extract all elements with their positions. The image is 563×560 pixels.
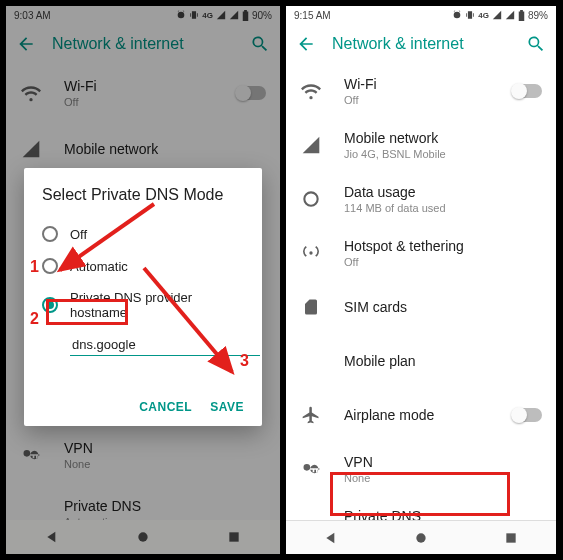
radio-option-automatic[interactable]: Automatic bbox=[42, 250, 244, 282]
row-sub: 114 MB of data used bbox=[344, 202, 542, 214]
settings-list: Wi-Fi Off Mobile network Jio 4G, BSNL Mo… bbox=[286, 64, 556, 550]
status-time: 9:15 AM bbox=[294, 10, 331, 21]
signal-icon bbox=[492, 10, 502, 20]
row-wifi[interactable]: Wi-Fi Off bbox=[286, 64, 556, 118]
search-icon[interactable] bbox=[526, 34, 546, 54]
row-sub: None bbox=[344, 472, 542, 484]
row-title: VPN bbox=[344, 454, 542, 470]
row-airplane-mode[interactable]: Airplane mode bbox=[286, 388, 556, 442]
row-sub: Off bbox=[344, 94, 490, 106]
private-dns-dialog: Select Private DNS Mode Off Automatic Pr… bbox=[24, 168, 262, 426]
nav-bar bbox=[286, 520, 556, 554]
hotspot-icon bbox=[300, 243, 322, 263]
nav-back-icon[interactable] bbox=[323, 530, 339, 546]
nav-back-icon[interactable] bbox=[44, 529, 60, 545]
alarm-icon bbox=[452, 10, 462, 20]
radio-label: Private DNS provider hostname bbox=[70, 290, 244, 320]
cancel-button[interactable]: CANCEL bbox=[139, 400, 192, 414]
svg-rect-6 bbox=[506, 533, 515, 542]
radio-icon bbox=[42, 226, 58, 242]
svg-point-0 bbox=[138, 532, 147, 541]
dialog-title: Select Private DNS Mode bbox=[42, 186, 244, 204]
radio-icon bbox=[42, 258, 58, 274]
battery-percent: 89% bbox=[528, 10, 548, 21]
row-title: Data usage bbox=[344, 184, 542, 200]
signal-icon bbox=[505, 10, 515, 20]
row-sim-cards[interactable]: SIM cards bbox=[286, 280, 556, 334]
signal-icon bbox=[300, 135, 322, 155]
radio-label: Off bbox=[70, 227, 87, 242]
phone-left: 9:03 AM 4G 90% Network & internet Wi-Fi … bbox=[5, 5, 281, 555]
app-bar: Network & internet bbox=[286, 24, 556, 64]
row-hotspot[interactable]: Hotspot & tethering Off bbox=[286, 226, 556, 280]
row-title: Mobile plan bbox=[344, 353, 542, 369]
row-vpn[interactable]: VPN None bbox=[286, 442, 556, 496]
nav-recent-icon[interactable] bbox=[503, 530, 519, 546]
data-usage-icon bbox=[300, 189, 322, 209]
row-title: Hotspot & tethering bbox=[344, 238, 542, 254]
dns-hostname-input[interactable] bbox=[70, 334, 260, 356]
key-icon bbox=[300, 459, 322, 479]
back-icon[interactable] bbox=[296, 34, 316, 54]
phone-right: 9:15 AM 4G 89% Network & internet Wi-Fi … bbox=[285, 5, 557, 555]
airplane-toggle[interactable] bbox=[512, 408, 542, 422]
airplane-icon bbox=[300, 405, 322, 425]
battery-icon bbox=[518, 10, 525, 21]
row-sub: Off bbox=[344, 256, 542, 268]
radio-option-hostname[interactable]: Private DNS provider hostname bbox=[42, 282, 244, 328]
nav-bar bbox=[6, 520, 280, 554]
row-data-usage[interactable]: Data usage 114 MB of data used bbox=[286, 172, 556, 226]
radio-icon bbox=[42, 297, 58, 313]
row-mobile-network[interactable]: Mobile network Jio 4G, BSNL Mobile bbox=[286, 118, 556, 172]
radio-option-off[interactable]: Off bbox=[42, 218, 244, 250]
nav-home-icon[interactable] bbox=[135, 529, 151, 545]
status-bar: 9:15 AM 4G 89% bbox=[286, 6, 556, 24]
vibrate-icon bbox=[465, 10, 475, 20]
row-title: Airplane mode bbox=[344, 407, 490, 423]
radio-label: Automatic bbox=[70, 259, 128, 274]
svg-point-5 bbox=[416, 533, 425, 542]
row-mobile-plan[interactable]: Mobile plan bbox=[286, 334, 556, 388]
save-button[interactable]: SAVE bbox=[210, 400, 244, 414]
nav-recent-icon[interactable] bbox=[226, 529, 242, 545]
wifi-icon bbox=[300, 81, 322, 101]
row-title: SIM cards bbox=[344, 299, 542, 315]
svg-rect-1 bbox=[230, 532, 239, 541]
network-4g-icon: 4G bbox=[478, 11, 489, 20]
wifi-toggle[interactable] bbox=[512, 84, 542, 98]
row-title: Mobile network bbox=[344, 130, 542, 146]
row-sub: Jio 4G, BSNL Mobile bbox=[344, 148, 542, 160]
row-title: Wi-Fi bbox=[344, 76, 490, 92]
sim-icon bbox=[300, 297, 322, 317]
svg-point-4 bbox=[304, 192, 317, 205]
page-title: Network & internet bbox=[332, 35, 510, 53]
status-icons: 4G 89% bbox=[452, 10, 548, 21]
nav-home-icon[interactable] bbox=[413, 530, 429, 546]
